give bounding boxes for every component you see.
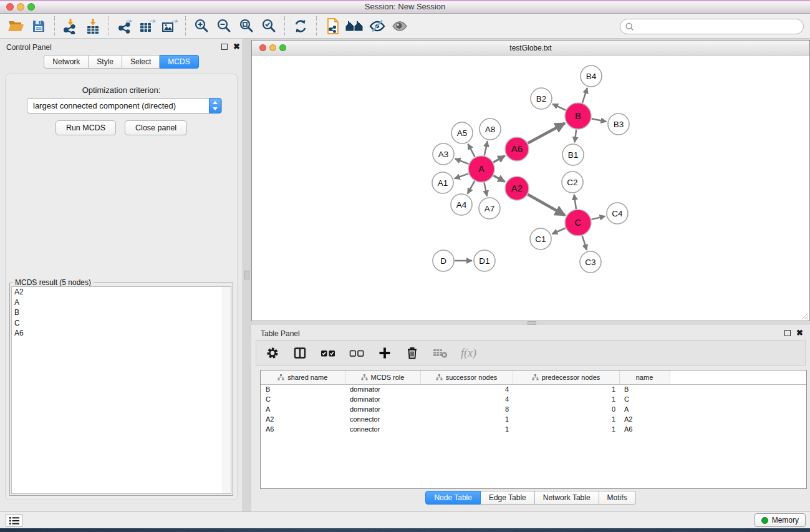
deselect-all-icon[interactable]	[349, 346, 365, 360]
node-A2[interactable]: A2	[505, 177, 529, 200]
edge-C-C3[interactable]	[582, 236, 587, 250]
result-list-item[interactable]: A	[12, 297, 231, 308]
edge-A-A1[interactable]	[455, 173, 468, 178]
close-panel-icon[interactable]: ✖	[796, 328, 803, 337]
edge-B-B4[interactable]	[582, 88, 587, 103]
node-C2[interactable]: C2	[562, 172, 583, 193]
edge-A-A5[interactable]	[468, 144, 475, 157]
node-B3[interactable]: B3	[608, 114, 629, 135]
mcds-result-list[interactable]: A2ABCA6	[11, 286, 231, 494]
edge-A-A4[interactable]	[468, 181, 475, 193]
add-column-icon[interactable]	[377, 346, 392, 360]
tab-motifs[interactable]: Motifs	[599, 491, 636, 505]
node-B1[interactable]: B1	[562, 144, 584, 165]
zoom-in-icon[interactable]	[190, 16, 213, 36]
home-view-icon[interactable]	[344, 16, 366, 36]
column-header-name[interactable]: name	[619, 370, 670, 384]
result-list-item[interactable]: A2	[12, 287, 231, 297]
result-list-item[interactable]: A6	[12, 328, 231, 339]
export-network-icon[interactable]	[113, 16, 136, 36]
vertical-splitter[interactable]	[243, 39, 251, 511]
edge-A-A6[interactable]	[493, 156, 505, 162]
show-style-icon[interactable]	[388, 16, 411, 36]
open-file-icon[interactable]	[5, 16, 27, 36]
table-row[interactable]: A2connector11A2	[261, 414, 806, 424]
memory-button[interactable]: Memory	[755, 513, 806, 527]
export-image-icon[interactable]	[158, 16, 181, 36]
node-B4[interactable]: B4	[581, 65, 602, 87]
column-selector-icon[interactable]	[292, 346, 307, 360]
delete-column-icon[interactable]	[405, 346, 420, 360]
node-A6[interactable]: A6	[505, 137, 529, 161]
edge-C-C4[interactable]	[591, 216, 605, 220]
save-session-icon[interactable]	[27, 16, 50, 36]
network-graph[interactable]: B4B2BB3A5A8A6A3B1AA1C2A2A4A7CC4C1C3DD1	[252, 56, 809, 321]
clone-network-icon[interactable]	[321, 16, 344, 36]
scrollbar[interactable]	[223, 287, 231, 493]
result-list-item[interactable]: B	[12, 307, 231, 318]
tab-style[interactable]: Style	[89, 55, 122, 69]
column-header-shared-name[interactable]: shared name	[261, 370, 345, 384]
column-header-predecessor-nodes[interactable]: predecessor nodes	[513, 370, 619, 384]
node-C4[interactable]: C4	[607, 203, 628, 224]
tab-network-table[interactable]: Network Table	[535, 491, 599, 505]
node-C[interactable]: C	[565, 210, 591, 236]
result-list-item[interactable]: C	[12, 318, 231, 329]
tab-mcds[interactable]: MCDS	[160, 55, 198, 69]
network-canvas[interactable]: B4B2BB3A5A8A6A3B1AA1C2A2A4A7CC4C1C3DD1	[252, 56, 809, 321]
node-A7[interactable]: A7	[479, 198, 500, 219]
import-table-icon[interactable]	[82, 16, 104, 36]
optimization-criterion-dropdown[interactable]: largest connected component (directed)	[27, 98, 222, 114]
close-panel-button[interactable]: Close panel	[125, 120, 187, 135]
run-mcds-button[interactable]: Run MCDS	[55, 120, 116, 135]
tab-select[interactable]: Select	[122, 55, 160, 69]
node-C1[interactable]: C1	[530, 228, 551, 249]
edge-C-C2[interactable]	[574, 195, 576, 209]
float-panel-icon[interactable]	[784, 330, 791, 336]
node-B[interactable]: B	[565, 103, 591, 129]
hide-style-icon[interactable]	[366, 16, 388, 36]
delete-table-icon[interactable]	[432, 346, 448, 360]
edge-A-A7[interactable]	[484, 183, 487, 196]
node-A3[interactable]: A3	[433, 143, 454, 165]
tab-edge-table[interactable]: Edge Table	[481, 491, 535, 505]
select-all-icon[interactable]	[320, 346, 336, 360]
node-B2[interactable]: B2	[531, 88, 552, 109]
node-table[interactable]: shared nameMCDS rolesuccessor nodesprede…	[260, 370, 807, 489]
search-input[interactable]	[637, 21, 803, 33]
edge-A6-B[interactable]	[528, 123, 565, 143]
edge-A-A2[interactable]	[493, 176, 504, 182]
edge-A-A3[interactable]	[455, 158, 469, 164]
float-panel-icon[interactable]	[221, 44, 228, 50]
task-history-button[interactable]	[6, 514, 22, 527]
edge-A2-C[interactable]	[528, 195, 565, 215]
import-network-icon[interactable]	[59, 16, 82, 36]
table-row[interactable]: Bdominator41B	[261, 384, 806, 394]
edge-A-A8[interactable]	[485, 142, 488, 156]
close-panel-icon[interactable]: ✖	[233, 42, 240, 51]
refresh-layout-icon[interactable]	[289, 16, 312, 36]
search-field[interactable]	[620, 19, 804, 34]
tab-node-table[interactable]: Node Table	[425, 491, 481, 505]
node-A1[interactable]: A1	[432, 172, 453, 193]
column-header-mcds-role[interactable]: MCDS role	[345, 370, 420, 384]
table-row[interactable]: A6connector11A6	[261, 424, 806, 434]
node-D[interactable]: D	[433, 250, 454, 271]
resize-grip-icon[interactable]	[801, 312, 809, 320]
edge-C-C1[interactable]	[552, 228, 565, 234]
node-A8[interactable]: A8	[480, 118, 501, 140]
tab-network[interactable]: Network	[44, 55, 89, 69]
node-A5[interactable]: A5	[451, 122, 473, 143]
column-header-successor-nodes[interactable]: successor nodes	[420, 370, 513, 384]
edge-B-B1[interactable]	[575, 130, 577, 142]
node-C3[interactable]: C3	[580, 251, 601, 273]
zoom-fit-icon[interactable]	[235, 16, 258, 36]
table-row[interactable]: Adominator80A	[261, 404, 806, 414]
edge-B-B3[interactable]	[592, 118, 607, 122]
node-A4[interactable]: A4	[451, 194, 472, 215]
export-table-icon[interactable]	[136, 16, 158, 36]
node-D1[interactable]: D1	[474, 250, 495, 271]
zoom-selected-icon[interactable]	[258, 16, 280, 36]
node-A[interactable]: A	[468, 156, 494, 182]
splitter-grip[interactable]	[244, 271, 249, 279]
